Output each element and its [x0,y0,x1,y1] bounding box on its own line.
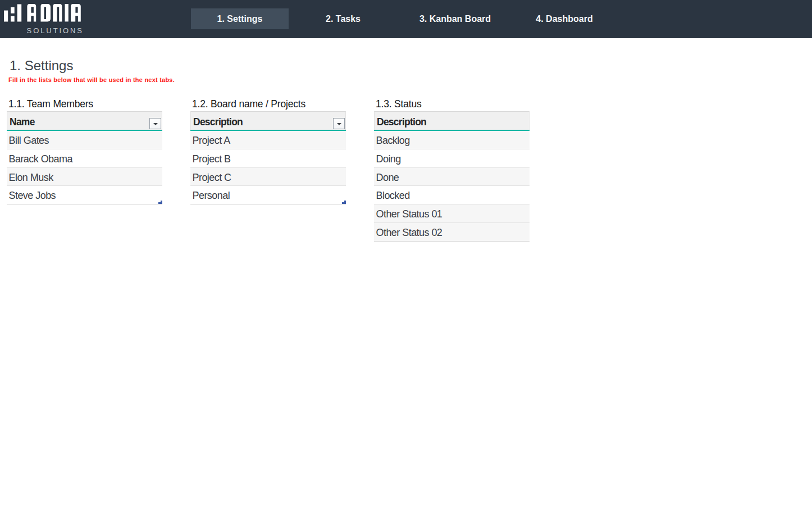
svg-text:SOLUTIONS: SOLUTIONS [27,26,83,35]
